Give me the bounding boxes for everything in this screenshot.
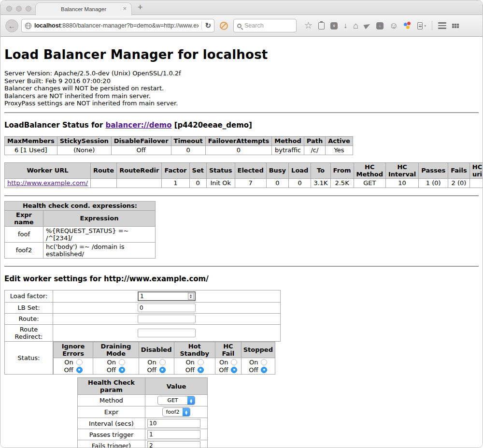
draining-mode-on-radio[interactable] <box>119 359 125 365</box>
hc-fail-off-radio[interactable] <box>231 367 237 373</box>
table-row: foof %{REQUEST_STATUS} =~ /^[234]/ <box>5 226 156 242</box>
minimize-window-button[interactable] <box>16 6 22 12</box>
ignore-errors-off-radio[interactable] <box>76 367 83 373</box>
disabled-on-radio[interactable] <box>159 359 166 365</box>
column-header: Path <box>304 136 325 145</box>
table-title-row: Health check cond. expressions: <box>5 201 156 210</box>
select-arrows-icon: ▲▼ <box>183 408 190 416</box>
column-header: Draining Mode <box>93 342 139 358</box>
off-label: Off <box>64 366 73 374</box>
number-spinner-icon[interactable]: ▲▼ <box>188 293 194 300</box>
proxypass-note-line: ProxyPass settings are NOT inherited fro… <box>4 100 479 107</box>
send-tab-icon[interactable] <box>363 22 371 29</box>
column-header: FailoverAttempts <box>205 136 272 145</box>
route-redirect-input[interactable] <box>138 329 196 337</box>
table-title: Health check cond. expressions: <box>5 201 156 210</box>
hot-standby-off-radio[interactable] <box>198 367 204 373</box>
worker-url-link[interactable]: http://www.example.com/ <box>7 179 88 187</box>
table-cell: Off <box>111 145 171 155</box>
table-cell <box>117 178 162 188</box>
feedback-smiley-icon[interactable]: ☺ <box>389 22 398 29</box>
form-row-status: Status: Ignore Errors Draining Mode Disa… <box>5 341 281 375</box>
fails-input[interactable] <box>147 441 200 448</box>
lb-set-input[interactable] <box>138 303 196 312</box>
hot-standby-on-radio[interactable] <box>198 359 204 365</box>
pocket-icon[interactable]: ∨ <box>330 22 338 29</box>
downloads-icon[interactable]: ↓ <box>343 22 347 29</box>
page-title: Load Balancer Manager for localhost <box>4 47 479 62</box>
reading-list-icon[interactable] <box>318 22 325 29</box>
table-cell: bytraffic <box>272 145 304 155</box>
method-select[interactable]: GET▲▼ <box>157 396 195 405</box>
home-icon[interactable]: ⌂ <box>353 22 358 29</box>
close-window-button[interactable] <box>6 6 12 12</box>
tiles-icon[interactable] <box>452 24 459 28</box>
url-text[interactable]: localhost:8880/balancer-manager?b=demo&w… <box>34 22 199 29</box>
ignore-errors-on-radio[interactable] <box>76 359 83 365</box>
lb-status-heading: LoadBalancer Status for balancer://demo … <box>4 121 479 130</box>
table-cell: 7 <box>235 178 266 188</box>
interval-input[interactable] <box>147 419 200 428</box>
column-header: HC uri <box>469 162 483 178</box>
save-page-icon[interactable]: ↓ <box>376 22 384 29</box>
on-label: On <box>249 359 258 366</box>
balancer-demo-link[interactable]: balancer://demo <box>105 121 171 130</box>
column-header: Method <box>272 136 304 145</box>
toolbar-separator <box>432 21 432 30</box>
form-row-load-factor: Load factor: ▲▼ <box>5 290 281 302</box>
status-radio-row: On Off On Off On Off <box>54 358 275 374</box>
column-header: Hot Standby <box>174 342 215 358</box>
interval-label: Interval (secs) <box>78 418 145 429</box>
tab-balancer-manager[interactable]: Balancer Manager × <box>35 2 132 15</box>
stopped-off-radio[interactable] <box>261 367 267 373</box>
load-factor-input[interactable] <box>138 291 196 301</box>
table-cell: 1 <box>162 178 189 188</box>
search-bar[interactable]: Search <box>233 19 297 32</box>
table-cell: Yes <box>326 145 353 155</box>
stopped-on-radio[interactable] <box>261 359 267 365</box>
window-controls[interactable] <box>6 6 31 12</box>
expr-select[interactable]: foof2▲▼ <box>162 407 190 417</box>
column-header: Route <box>90 162 116 178</box>
column-header: Load <box>289 162 311 178</box>
route-input[interactable] <box>138 315 196 323</box>
passes-label: Passes trigger <box>78 429 145 440</box>
menu-icon[interactable] <box>438 22 446 29</box>
browser-window: Balancer Manager × + ← localhost:8880/ba… <box>0 0 483 448</box>
table-cell: 6 [1 Used] <box>5 145 57 155</box>
table-cell: 2 (0) <box>448 178 470 188</box>
tab-title: Balancer Manager <box>61 6 106 12</box>
zoom-window-button[interactable] <box>26 6 31 12</box>
form-row-route-redirect: Route Redirect: <box>5 324 281 341</box>
url-divider <box>201 21 202 30</box>
reload-icon[interactable]: ↻ <box>205 21 211 30</box>
table-cell: 3.1K <box>311 178 330 188</box>
edit-worker-form: Load factor: ▲▼ LB Set: Route: Route Red… <box>4 290 281 448</box>
bookmark-star-icon[interactable]: ☆ <box>304 22 313 29</box>
container-menu[interactable]: ▾ <box>417 22 426 29</box>
share-dots-icon[interactable] <box>404 22 412 29</box>
table-row: Expr foof2▲▼ <box>78 406 208 418</box>
back-button[interactable]: ← <box>5 19 18 32</box>
column-header: Stopped <box>241 342 275 358</box>
new-tab-button[interactable]: + <box>138 2 143 13</box>
table-row: http://www.example.com/ 1 0 Init Ok 7 0 … <box>5 178 483 188</box>
container-icon <box>417 22 423 29</box>
table-cell: (None) <box>57 145 111 155</box>
url-bar[interactable]: localhost:8880/balancer-manager?b=demo&w… <box>21 19 214 32</box>
table-cell <box>469 178 483 188</box>
column-header: HC Fail <box>215 342 242 358</box>
draining-mode-off-radio[interactable] <box>119 367 125 373</box>
edit-worker-heading: Edit worker settings for http://www.exam… <box>4 275 479 283</box>
column-header: Expression <box>43 210 156 226</box>
content-blocker-icon[interactable] <box>220 22 228 30</box>
server-built-line: Server Built: Feb 9 2016 07:00:20 <box>4 77 479 85</box>
hc-fail-on-radio[interactable] <box>231 359 237 365</box>
disabled-off-radio[interactable] <box>159 367 166 373</box>
status-header-row: Ignore Errors Draining Mode Disabled Hot… <box>54 342 275 358</box>
column-header: Worker URL <box>5 162 91 178</box>
balancer-status-table: MaxMembers StickySession DisableFailover… <box>4 136 353 155</box>
table-cell: 0 <box>171 145 205 155</box>
passes-input[interactable] <box>147 430 200 439</box>
tab-close-icon[interactable]: × <box>123 5 127 12</box>
